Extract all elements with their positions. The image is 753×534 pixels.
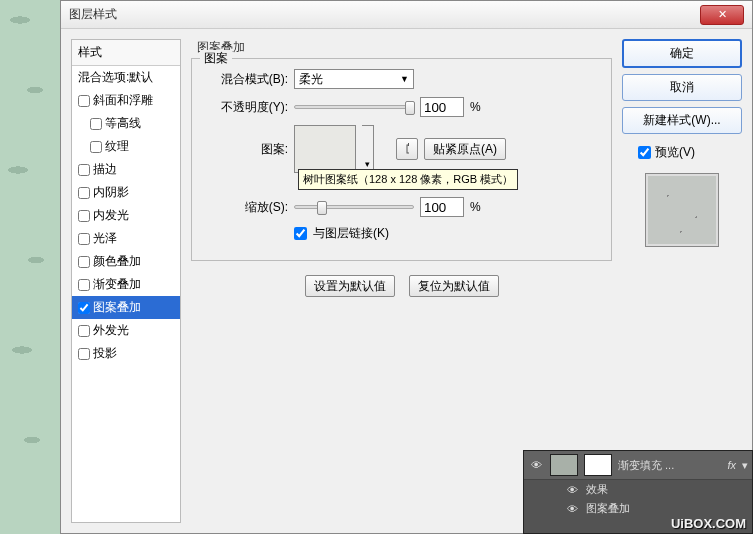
layer-name: 渐变填充 ... — [618, 458, 721, 473]
opacity-slider[interactable] — [294, 105, 414, 109]
link-layer-label: 与图层链接(K) — [313, 225, 389, 242]
svg-rect-1 — [408, 143, 409, 146]
cancel-button[interactable]: 取消 — [622, 74, 742, 101]
make-default-button[interactable]: 设置为默认值 — [305, 275, 395, 297]
style-satin[interactable]: 光泽 — [72, 227, 180, 250]
effects-label: 效果 — [586, 482, 608, 497]
style-stroke[interactable]: 描边 — [72, 158, 180, 181]
pattern-swatch-dropdown[interactable]: ▾ — [362, 125, 374, 173]
checkbox-color-overlay[interactable] — [78, 256, 90, 268]
opacity-input[interactable] — [420, 97, 464, 117]
checkbox-pattern-overlay[interactable] — [78, 302, 90, 314]
visibility-icon-pattern[interactable]: 👁 — [564, 503, 580, 515]
visibility-icon[interactable]: 👁 — [528, 459, 544, 471]
checkbox-gradient-overlay[interactable] — [78, 279, 90, 291]
checkbox-bevel[interactable] — [78, 95, 90, 107]
style-bevel[interactable]: 斜面和浮雕 — [72, 89, 180, 112]
scale-label: 缩放(S): — [206, 199, 288, 216]
checkbox-stroke[interactable] — [78, 164, 90, 176]
style-color-overlay[interactable]: 颜色叠加 — [72, 250, 180, 273]
checkbox-satin[interactable] — [78, 233, 90, 245]
checkbox-texture[interactable] — [90, 141, 102, 153]
pattern-swatch[interactable] — [294, 125, 356, 173]
preview-checkbox[interactable] — [638, 146, 651, 159]
link-layer-checkbox[interactable] — [294, 227, 307, 240]
opacity-slider-thumb[interactable] — [405, 101, 415, 115]
new-preset-icon — [405, 143, 409, 155]
checkbox-outer-glow[interactable] — [78, 325, 90, 337]
blend-mode-dropdown[interactable]: 柔光 ▼ — [294, 69, 414, 89]
effect-pattern-overlay-label: 图案叠加 — [586, 501, 630, 516]
titlebar: 图层样式 ✕ — [61, 1, 752, 29]
style-list: 样式 混合选项:默认 斜面和浮雕 等高线 纹理 描边 内阴影 内发光 光泽 颜色… — [71, 39, 181, 523]
style-outer-glow[interactable]: 外发光 — [72, 319, 180, 342]
dropdown-arrow-icon: ▼ — [400, 74, 409, 84]
close-button[interactable]: ✕ — [700, 5, 744, 25]
style-inner-shadow[interactable]: 内阴影 — [72, 181, 180, 204]
collapse-icon[interactable]: ▾ — [742, 459, 748, 472]
new-preset-button[interactable] — [396, 138, 418, 160]
layer-mask-thumbnail[interactable] — [584, 454, 612, 476]
effects-row[interactable]: 👁 效果 — [524, 480, 752, 499]
style-contour[interactable]: 等高线 — [72, 112, 180, 135]
fx-badge[interactable]: fx — [727, 459, 736, 471]
layers-panel: 👁 渐变填充 ... fx ▾ 👁 效果 👁 图案叠加 UiBOX.COM — [523, 450, 753, 534]
fieldset-legend: 图案 — [200, 50, 232, 67]
scale-input[interactable] — [420, 197, 464, 217]
style-pattern-overlay[interactable]: 图案叠加 — [72, 296, 180, 319]
blend-mode-label: 混合模式(B): — [206, 71, 288, 88]
snap-origin-button[interactable]: 贴紧原点(A) — [424, 138, 506, 160]
checkbox-inner-glow[interactable] — [78, 210, 90, 222]
section-title: 图案叠加 — [197, 39, 612, 56]
pattern-fieldset: 图案 混合模式(B): 柔光 ▼ 不透明度(Y): % 图案: — [191, 58, 612, 261]
pattern-tooltip: 树叶图案纸（128 x 128 像素，RGB 模式） — [298, 169, 518, 190]
reset-default-button[interactable]: 复位为默认值 — [409, 275, 499, 297]
checkbox-contour[interactable] — [90, 118, 102, 130]
percent-label-2: % — [470, 200, 481, 214]
style-inner-glow[interactable]: 内发光 — [72, 204, 180, 227]
style-gradient-overlay[interactable]: 渐变叠加 — [72, 273, 180, 296]
dialog-title: 图层样式 — [69, 6, 700, 23]
checkbox-inner-shadow[interactable] — [78, 187, 90, 199]
percent-label: % — [470, 100, 481, 114]
style-texture[interactable]: 纹理 — [72, 135, 180, 158]
preview-thumbnail — [645, 173, 719, 247]
visibility-icon-effects[interactable]: 👁 — [564, 484, 580, 496]
close-icon: ✕ — [718, 8, 727, 21]
preview-label: 预览(V) — [655, 144, 695, 161]
scale-slider[interactable] — [294, 205, 414, 209]
opacity-label: 不透明度(Y): — [206, 99, 288, 116]
checkbox-drop-shadow[interactable] — [78, 348, 90, 360]
layer-row[interactable]: 👁 渐变填充 ... fx ▾ — [524, 451, 752, 480]
style-list-header: 样式 — [72, 40, 180, 66]
style-drop-shadow[interactable]: 投影 — [72, 342, 180, 365]
watermark: UiBOX.COM — [671, 516, 746, 531]
pattern-label: 图案: — [206, 141, 288, 158]
layer-thumbnail[interactable] — [550, 454, 578, 476]
scale-slider-thumb[interactable] — [317, 201, 327, 215]
svg-rect-0 — [407, 145, 409, 153]
new-style-button[interactable]: 新建样式(W)... — [622, 107, 742, 134]
blending-options[interactable]: 混合选项:默认 — [72, 66, 180, 89]
ok-button[interactable]: 确定 — [622, 39, 742, 68]
